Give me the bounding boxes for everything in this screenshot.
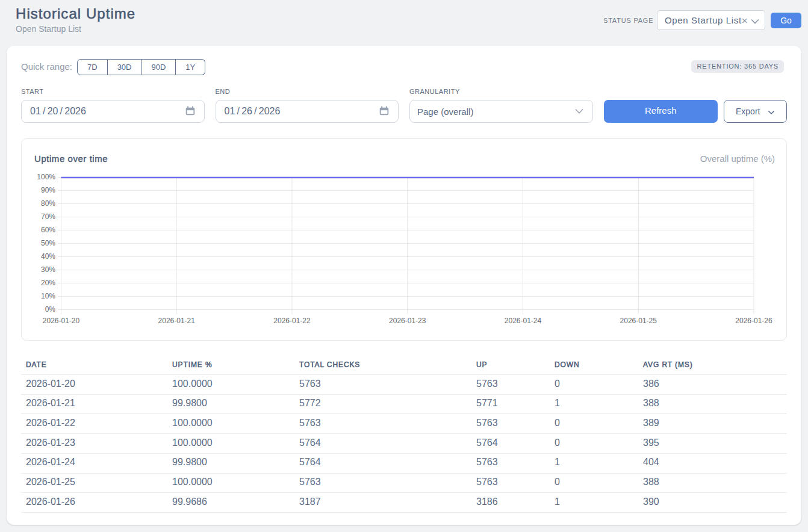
svg-text:80%: 80%: [41, 199, 55, 208]
svg-text:70%: 70%: [41, 212, 55, 221]
svg-text:2026-01-26: 2026-01-26: [735, 317, 772, 325]
svg-text:2026-01-23: 2026-01-23: [389, 317, 426, 325]
svg-text:10%: 10%: [41, 292, 55, 300]
svg-text:2026-01-25: 2026-01-25: [620, 317, 657, 325]
svg-text:2026-01-24: 2026-01-24: [505, 317, 542, 325]
svg-text:2026-01-20: 2026-01-20: [43, 317, 80, 325]
svg-text:2026-01-21: 2026-01-21: [158, 317, 196, 325]
svg-text:20%: 20%: [41, 279, 55, 287]
svg-text:0%: 0%: [45, 305, 56, 314]
svg-text:60%: 60%: [41, 226, 55, 234]
svg-text:50%: 50%: [41, 239, 55, 247]
svg-text:40%: 40%: [41, 252, 55, 261]
svg-text:100%: 100%: [37, 173, 55, 181]
svg-text:90%: 90%: [41, 186, 55, 194]
svg-text:30%: 30%: [41, 265, 55, 274]
svg-text:2026-01-22: 2026-01-22: [273, 317, 311, 325]
